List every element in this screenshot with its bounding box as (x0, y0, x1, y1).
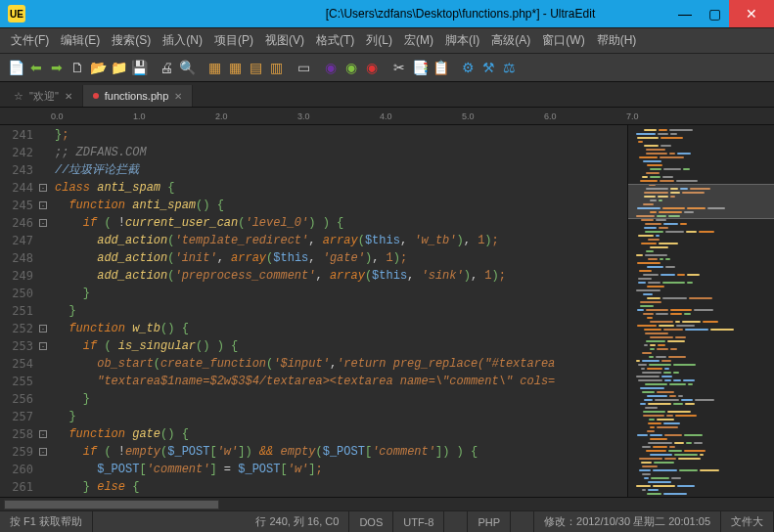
code-line[interactable]: function gate() { (55, 425, 627, 443)
menu-item[interactable]: 编辑(E) (56, 29, 105, 52)
tab-close-icon[interactable]: ✕ (174, 91, 182, 102)
code-line[interactable]: function anti_spam() { (55, 197, 627, 214)
fold-toggle[interactable]: - (39, 184, 47, 192)
code-line[interactable]: } (55, 285, 627, 302)
cut-icon[interactable]: ✂ (389, 58, 409, 77)
status-modified: 修改：2012/10/30 星期二 20:01:05 (534, 511, 721, 532)
star-icon: ☆ (14, 90, 23, 103)
tab[interactable]: functions.php✕ (83, 85, 193, 107)
uc-icon[interactable]: ◉ (321, 58, 341, 77)
tab-label: "欢迎" (29, 89, 59, 104)
status-filesize: 文件大 (721, 511, 774, 532)
quick-open-icon[interactable]: 📁 (109, 58, 128, 77)
code-line[interactable]: ;; ZDFANS.COM (55, 144, 627, 161)
fold-toggle[interactable]: - (39, 219, 47, 227)
paste-icon[interactable]: 📋 (431, 58, 450, 77)
status-help: 按 F1 获取帮助 (0, 511, 93, 532)
tool3-icon[interactable]: ⚖ (499, 58, 519, 77)
doc-icon[interactable]: ▭ (294, 58, 313, 77)
ruler-mark: 5.0 (462, 111, 475, 121)
open-icon[interactable]: 📂 (88, 58, 108, 77)
code-editor[interactable]: 2412422432442452462472482492502512522532… (0, 125, 627, 497)
code-line[interactable]: ob_start(create_function('$input','retur… (55, 355, 627, 373)
tab-close-icon[interactable]: ✕ (65, 91, 72, 102)
minimap-viewport[interactable] (628, 184, 774, 219)
status-language: PHP (468, 511, 511, 532)
preview-icon[interactable]: 🔍 (177, 58, 197, 77)
code-line[interactable]: //垃圾评论拦截 (55, 161, 627, 179)
menu-item[interactable]: 视图(V) (260, 29, 309, 52)
code-line[interactable]: add_action('init', array($this, 'gate'),… (55, 249, 627, 267)
code-line[interactable]: if ( !empty($_POST['w']) && empty($_POST… (55, 443, 627, 461)
minimize-button[interactable]: — (670, 0, 700, 27)
code-line[interactable]: add_action('preprocess_comment', array($… (55, 267, 627, 285)
horizontal-scrollbar[interactable] (0, 497, 774, 510)
code-line[interactable]: }; (55, 126, 627, 144)
menu-item[interactable]: 项目(P) (209, 29, 258, 52)
tool1-icon[interactable]: ⚙ (458, 58, 478, 77)
title-bar: UE [C:\Users\zdfans\Desktop\functions.ph… (0, 0, 774, 27)
panel4-icon[interactable]: ▥ (266, 58, 286, 77)
fold-toggle[interactable]: - (39, 342, 47, 350)
menu-item[interactable]: 窗口(W) (537, 29, 589, 52)
print-icon[interactable]: 🖨 (157, 58, 176, 77)
menu-item[interactable]: 高级(A) (486, 29, 535, 52)
code-line[interactable]: } (55, 302, 627, 320)
line-number-gutter: 2412422432442452462472482492502512522532… (0, 125, 37, 497)
tool2-icon[interactable]: ⚒ (478, 58, 498, 77)
toolbar: 📄 ⬅ ➡ 🗋 📂 📁 💾 🖨 🔍 ▦ ▦ ▤ ▥ ▭ ◉ ◉ ◉ ✂ 📑 📋 … (0, 53, 774, 82)
code-line[interactable]: if ( !current_user_can('level_0') ) { (55, 214, 627, 232)
code-line[interactable]: add_action('template_redirect', array($t… (55, 232, 627, 249)
code-line[interactable]: } (55, 390, 627, 408)
back-icon[interactable]: ⬅ (26, 58, 46, 77)
new-file-icon[interactable]: 📄 (6, 58, 25, 77)
app-icon: UE (8, 5, 25, 22)
ruler-mark: 1.0 (133, 111, 146, 121)
menu-item[interactable]: 插入(N) (158, 29, 207, 52)
menu-item[interactable]: 宏(M) (399, 29, 438, 52)
code-line[interactable]: function w_tb() { (55, 320, 627, 337)
menu-item[interactable]: 文件(F) (6, 29, 54, 52)
code-line[interactable]: if ( is_singular() ) { (55, 337, 627, 355)
code-line[interactable]: $_POST['comment'] = $_POST['w']; (55, 461, 627, 478)
ruler: 0.01.02.03.04.05.06.07.0 (0, 108, 774, 125)
ruler-mark: 6.0 (544, 111, 557, 121)
scrollbar-thumb[interactable] (4, 500, 219, 510)
tab-label: functions.php (105, 90, 168, 102)
copy-icon[interactable]: 📑 (410, 58, 430, 77)
fold-toggle[interactable]: - (39, 448, 47, 456)
code-area[interactable]: };;; ZDFANS.COM//垃圾评论拦截class anti_spam {… (49, 125, 627, 497)
maximize-button[interactable]: ▢ (700, 0, 729, 27)
status-position: 行 240, 列 16, C0 (246, 511, 349, 532)
ruler-mark: 0.0 (51, 111, 64, 121)
uf-icon[interactable]: ◉ (341, 58, 361, 77)
modified-icon (93, 93, 99, 99)
ruler-mark: 3.0 (297, 111, 310, 121)
panel2-icon[interactable]: ▦ (225, 58, 245, 77)
code-line[interactable]: } (55, 408, 627, 425)
menu-item[interactable]: 列(L) (361, 29, 397, 52)
code-line[interactable]: } else { (55, 478, 627, 496)
fold-toggle[interactable]: - (39, 201, 47, 209)
fold-column: ------- (37, 125, 49, 497)
minimap[interactable] (627, 125, 774, 497)
status-bar: 按 F1 获取帮助 行 240, 列 16, C0 DOS UTF-8 PHP … (0, 510, 774, 532)
code-line[interactable]: class anti_spam { (55, 179, 627, 197)
fold-toggle[interactable]: - (39, 325, 47, 332)
close-button[interactable]: ✕ (729, 0, 774, 27)
code-line[interactable]: "textarea$1name=$2w$3$4/textarea><textar… (55, 373, 627, 390)
fold-toggle[interactable]: - (39, 430, 47, 438)
ruler-mark: 2.0 (215, 111, 228, 121)
panel1-icon[interactable]: ▦ (205, 58, 224, 77)
menu-item[interactable]: 脚本(I) (440, 29, 484, 52)
menu-item[interactable]: 格式(T) (311, 29, 359, 52)
status-encoding: UTF-8 (393, 511, 444, 532)
save-icon[interactable]: 💾 (129, 58, 149, 77)
tab[interactable]: ☆"欢迎"✕ (4, 85, 83, 107)
us-icon[interactable]: ◉ (362, 58, 382, 77)
forward-icon[interactable]: ➡ (47, 58, 67, 77)
menu-item[interactable]: 帮助(H) (592, 29, 642, 52)
menu-item[interactable]: 搜索(S) (107, 29, 156, 52)
panel3-icon[interactable]: ▤ (246, 58, 265, 77)
new-icon[interactable]: 🗋 (68, 58, 87, 77)
